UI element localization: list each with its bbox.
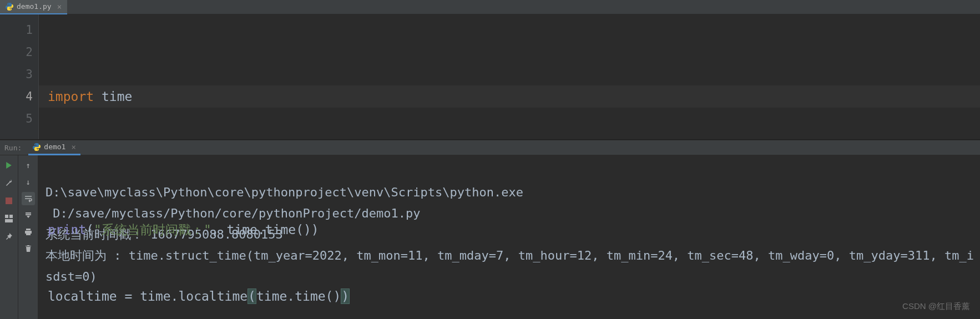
line-number: 3 <box>0 63 33 85</box>
editor-tab-bar: demo1.py × <box>0 0 980 14</box>
pin-icon[interactable] <box>2 230 16 243</box>
wrench-icon[interactable] <box>2 176 16 190</box>
line-number: 4 <box>0 85 33 108</box>
svg-rect-0 <box>6 198 12 204</box>
python-file-icon <box>33 143 41 151</box>
builtin-fn: print <box>48 222 86 237</box>
string: "系统当前时间戳：" <box>94 222 211 237</box>
line-number-gutter: 1 2 3 4 5 <box>0 14 39 139</box>
console-line: D:\save\myclass\Python\core\pythonprojec… <box>46 185 531 199</box>
soft-wrap-icon[interactable] <box>22 192 35 205</box>
file-tab[interactable]: demo1.py × <box>0 0 67 14</box>
stop-button[interactable] <box>2 194 16 207</box>
run-toolbar-left <box>0 155 18 319</box>
identifier: time <box>102 89 132 104</box>
line-number: 5 <box>0 108 33 130</box>
scroll-to-end-icon[interactable] <box>22 209 35 222</box>
up-arrow-icon[interactable]: ↑ <box>22 159 35 172</box>
python-file-icon <box>6 3 13 11</box>
keyword: import <box>48 89 94 104</box>
run-label: Run: <box>4 144 22 152</box>
layout-icon[interactable] <box>2 212 16 225</box>
rerun-button[interactable] <box>2 159 16 172</box>
file-tab-label: demo1.py <box>17 2 52 11</box>
run-toolbar-extra: ↑ ↓ <box>18 155 38 319</box>
down-arrow-icon[interactable]: ↓ <box>22 175 35 189</box>
svg-rect-3 <box>5 219 13 222</box>
svg-rect-1 <box>5 215 8 218</box>
code-area[interactable]: import time print("系统当前时间戳：", time.time(… <box>39 14 980 139</box>
code-editor[interactable]: 1 2 3 4 5 import time print("系统当前时间戳：", … <box>0 14 980 140</box>
trash-icon[interactable] <box>22 242 35 255</box>
print-icon[interactable] <box>22 225 35 239</box>
close-icon[interactable]: × <box>57 2 62 11</box>
line-number: 2 <box>0 41 33 63</box>
matched-paren: ( <box>247 288 256 304</box>
identifier: localtime <box>48 289 117 303</box>
svg-rect-2 <box>9 215 13 218</box>
line-number: 1 <box>0 19 33 41</box>
console-line: 本地时间为 : time.struct_time(tm_year=2022, t… <box>46 249 974 283</box>
matched-paren: ) <box>341 288 350 304</box>
